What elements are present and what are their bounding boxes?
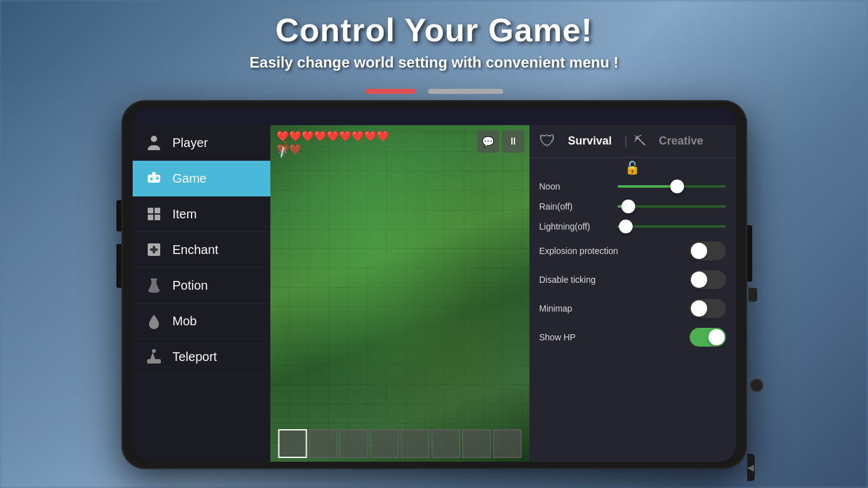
sidebar-item-potion-label: Potion — [173, 278, 208, 293]
hotbar-slot-4[interactable] — [401, 429, 429, 458]
hotbar — [278, 429, 521, 458]
survival-mode-button[interactable]: Survival — [562, 132, 618, 150]
sidebar-item-player-label: Player — [173, 136, 208, 150]
hotbar-slot-3[interactable] — [370, 429, 399, 458]
phone-power-button[interactable] — [747, 225, 752, 282]
sidebar-item-enchant[interactable]: Enchant — [133, 232, 270, 268]
sidebar-item-player[interactable]: Player — [133, 125, 270, 161]
shield-icon: 🛡 — [539, 131, 556, 151]
pill-red — [365, 89, 416, 94]
pill-gray — [428, 89, 503, 94]
ticking-toggle[interactable] — [690, 270, 726, 289]
svg-rect-6 — [148, 208, 153, 213]
sidebar: Player Game — [133, 125, 270, 462]
creative-mode-button[interactable]: Creative — [653, 132, 710, 150]
minimap-toggle[interactable] — [690, 299, 726, 318]
sidebar-item-potion[interactable]: Potion — [133, 268, 270, 303]
teleport-icon — [144, 347, 164, 367]
rain-slider-track[interactable] — [618, 205, 726, 208]
mode-divider: | — [625, 134, 628, 148]
hotbar-slot-2[interactable] — [339, 429, 368, 458]
show-hp-toggle-row: Show HP — [529, 323, 736, 352]
game-area: Player Game — [133, 125, 736, 462]
show-hp-label: Show HP — [539, 332, 683, 342]
sidebar-item-game-label: Game — [173, 171, 207, 186]
svg-point-0 — [151, 136, 157, 142]
phone-square-button[interactable] — [748, 288, 757, 302]
phone-circle-button[interactable] — [750, 379, 763, 392]
sidebar-item-item-label: Item — [173, 207, 197, 221]
noon-slider-fill — [618, 185, 677, 188]
sidebar-item-mob[interactable]: Mob — [133, 303, 270, 339]
hotbar-slot-1[interactable] — [309, 429, 337, 458]
game-icon — [144, 168, 164, 188]
game-viewport: ❤️❤️❤️❤️❤️❤️❤️❤️❤️❤️❤️ 🗡️ 💬 ⏸ — [270, 125, 529, 462]
explosion-label: Explosion protection — [539, 246, 683, 256]
noon-slider-row: Noon — [529, 176, 736, 196]
svg-rect-8 — [148, 215, 153, 220]
top-section: Control Your Game! Easily change world s… — [0, 0, 868, 71]
ticking-toggle-knob — [691, 272, 707, 288]
lock-icon[interactable]: 🔓 — [625, 160, 640, 175]
sidebar-item-enchant-label: Enchant — [173, 243, 218, 257]
phone-screen: Player Game — [133, 108, 736, 462]
phone-back-area: ◀ — [747, 454, 755, 481]
lightning-slider-track[interactable] — [618, 225, 726, 228]
explosion-toggle[interactable] — [690, 241, 726, 260]
rain-label: Rain(off) — [539, 201, 611, 211]
hotbar-slot-7[interactable] — [493, 429, 521, 458]
sidebar-item-mob-label: Mob — [173, 314, 197, 328]
phone-volume-up[interactable] — [116, 200, 121, 231]
phone-volume-down[interactable] — [116, 244, 121, 288]
rain-slider-row: Rain(off) — [529, 196, 736, 216]
svg-rect-9 — [155, 215, 160, 220]
svg-rect-7 — [155, 208, 160, 213]
mc-terrain — [270, 125, 529, 462]
pause-button[interactable]: ⏸ — [502, 130, 524, 153]
hotbar-slot-0[interactable] — [278, 429, 307, 458]
person-icon — [144, 133, 164, 153]
lightning-slider-row: Lightning(off) — [529, 216, 736, 236]
svg-rect-14 — [147, 359, 161, 363]
lightning-slider-thumb[interactable] — [619, 220, 633, 233]
ticking-label: Disable ticking — [539, 275, 683, 285]
sidebar-item-teleport[interactable]: Teleport — [133, 339, 270, 375]
flask-icon — [144, 275, 164, 295]
noon-label: Noon — [539, 181, 611, 191]
lock-area: 🔓 — [529, 158, 736, 176]
hotbar-slot-6[interactable] — [462, 429, 491, 458]
svg-rect-2 — [152, 172, 156, 176]
sidebar-item-item[interactable]: Item — [133, 196, 270, 232]
show-hp-toggle[interactable] — [690, 328, 726, 347]
explosion-toggle-knob — [691, 243, 707, 259]
lightning-label: Lightning(off) — [539, 221, 611, 231]
sidebar-item-game[interactable]: Game — [133, 161, 270, 196]
noon-slider-track[interactable] — [618, 185, 726, 188]
status-pills — [365, 89, 503, 94]
right-panel: 🛡 Survival | ⛏ Creative 🔓 Noon — [529, 125, 736, 462]
drop-icon — [144, 311, 164, 331]
svg-point-3 — [150, 178, 153, 180]
pickaxe-icon: ⛏ — [634, 134, 646, 148]
svg-rect-12 — [150, 248, 158, 251]
game-hearts: ❤️❤️❤️❤️❤️❤️❤️❤️❤️❤️❤️ — [277, 130, 402, 155]
minimap-label: Minimap — [539, 303, 683, 313]
minimap-toggle-row: Minimap — [529, 294, 736, 323]
minimap-toggle-knob — [691, 300, 707, 317]
chat-button[interactable]: 💬 — [477, 130, 499, 153]
svg-rect-13 — [151, 278, 157, 280]
game-actions: 💬 ⏸ — [477, 130, 524, 153]
back-arrow-icon: ◀ — [747, 462, 754, 472]
noon-slider-thumb[interactable] — [670, 180, 684, 193]
show-hp-toggle-knob — [708, 329, 725, 345]
rain-slider-thumb[interactable] — [621, 200, 635, 213]
phone-frame: Player Game — [121, 100, 747, 469]
svg-point-15 — [152, 349, 156, 353]
ticking-toggle-row: Disable ticking — [529, 265, 736, 294]
mode-selector: 🛡 Survival | ⛏ Creative — [529, 125, 736, 158]
grid-icon — [144, 204, 164, 224]
svg-rect-5 — [156, 177, 158, 180]
page-title: Control Your Game! — [0, 11, 868, 49]
status-bar — [133, 108, 736, 125]
hotbar-slot-5[interactable] — [431, 429, 460, 458]
